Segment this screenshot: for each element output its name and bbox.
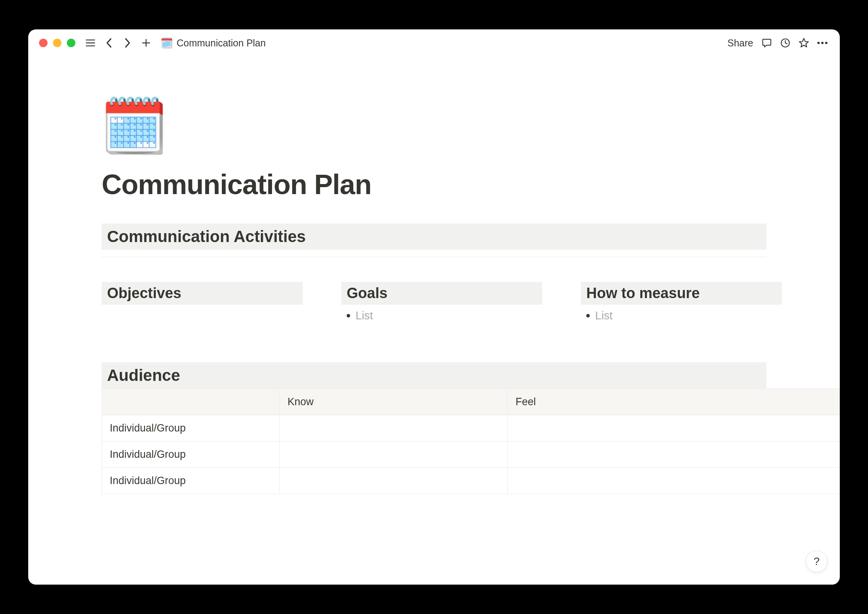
measure-heading[interactable]: How to measure [581,282,782,305]
sidebar-toggle-button[interactable] [84,36,97,49]
svg-line-7 [785,43,787,44]
window-controls [39,39,75,47]
toolbar: 🗓️ Communication Plan Share [28,29,840,56]
bullet-placeholder: List [356,309,373,322]
audience-table-wrap: Know Feel Individual/Group Individual/Gr… [102,389,840,494]
fullscreen-window-button[interactable] [67,39,75,47]
audience-table[interactable]: Know Feel Individual/Group Individual/Gr… [102,389,840,494]
table-row: Individual/Group [102,468,840,494]
svg-point-10 [821,42,824,44]
more-menu-button[interactable] [816,36,829,49]
updates-button[interactable] [779,36,792,49]
objectives-column: Objectives [102,282,303,324]
goals-bullet-item[interactable]: List [341,308,542,324]
svg-point-11 [825,42,827,44]
new-page-button[interactable] [140,36,153,49]
measure-column: How to measure List [581,282,782,324]
three-column-layout: Objectives Goals List How to measure Lis… [102,282,766,324]
comments-button[interactable] [760,36,773,49]
breadcrumb-page-title: Communication Plan [177,38,266,49]
goals-heading[interactable]: Goals [341,282,542,305]
page-content: 🗓️ Communication Plan Communication Acti… [28,56,840,585]
minimize-window-button[interactable] [53,39,61,47]
bullet-placeholder: List [595,309,613,322]
table-header-cell[interactable] [102,389,280,415]
goals-column: Goals List [341,282,542,324]
svg-point-9 [817,42,820,44]
table-cell[interactable] [508,468,840,494]
measure-bullet-item[interactable]: List [581,308,782,324]
audience-heading[interactable]: Audience [102,362,766,389]
forward-button[interactable] [121,36,134,49]
app-window: 🗓️ Communication Plan Share [28,29,840,585]
table-cell[interactable] [280,415,508,442]
table-cell[interactable] [280,468,508,494]
bullet-icon [586,314,590,317]
divider [102,257,766,257]
help-button[interactable]: ? [806,551,827,572]
table-cell[interactable]: Individual/Group [102,468,280,494]
back-button[interactable] [102,36,116,49]
table-row: Individual/Group [102,415,840,442]
share-button[interactable]: Share [727,38,753,49]
breadcrumb[interactable]: 🗓️ Communication Plan [160,38,266,49]
table-row: Individual/Group [102,442,840,468]
breadcrumb-page-icon: 🗓️ [160,38,173,48]
table-header-cell[interactable]: Feel [508,389,840,415]
table-cell[interactable] [280,442,508,468]
table-header-row: Know Feel [102,389,840,415]
activities-heading[interactable]: Communication Activities [102,223,766,250]
table-header-cell[interactable]: Know [280,389,508,415]
svg-marker-8 [799,38,808,47]
page-icon[interactable]: 🗓️ [100,99,766,153]
table-cell[interactable]: Individual/Group [102,415,280,442]
close-window-button[interactable] [39,39,48,47]
page-title[interactable]: Communication Plan [102,169,766,200]
objectives-heading[interactable]: Objectives [102,282,303,305]
table-cell[interactable] [508,415,840,442]
table-cell[interactable]: Individual/Group [102,442,280,468]
favorite-button[interactable] [797,36,810,49]
bullet-icon [347,314,350,317]
table-cell[interactable] [508,442,840,468]
